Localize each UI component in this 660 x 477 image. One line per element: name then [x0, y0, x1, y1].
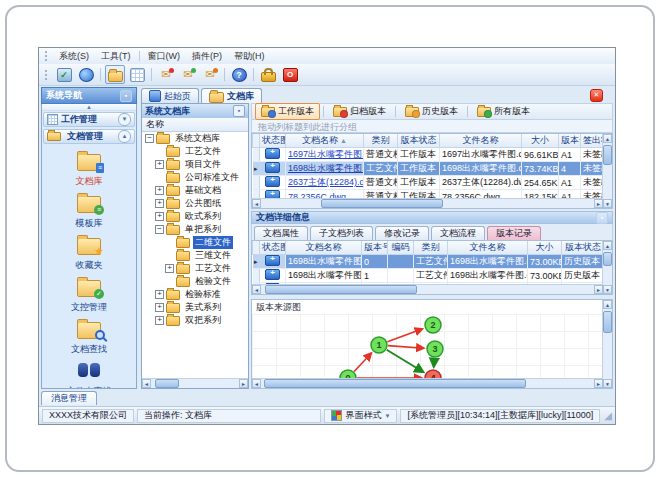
tab-change-log[interactable]: 修改记录	[375, 226, 429, 240]
history-version-button[interactable]: 历史版本	[399, 103, 464, 120]
message-manager-tab[interactable]: 消息管理	[41, 391, 97, 405]
all-version-button[interactable]: 所有版本	[471, 103, 536, 120]
sidebar-group-work[interactable]: 工作管理 ▼	[43, 112, 135, 127]
sidebar-item-folder-search[interactable]: 文件夹查找	[42, 358, 136, 389]
tree-node[interactable]: 三维文件	[142, 249, 248, 262]
exit-button[interactable]	[280, 65, 300, 84]
close-icon[interactable]: ✕	[590, 89, 603, 102]
scroll-down-icon[interactable]: ▼	[603, 199, 612, 208]
table-row[interactable]: ▸1698出水嘴零件图.dwg0工艺文件1698出水嘴零件图.dwg73.00K…	[253, 255, 605, 269]
tree-node[interactable]: 检验文件	[142, 275, 248, 288]
tree-column-header[interactable]: 名称	[142, 118, 248, 132]
collapse-icon[interactable]: −	[155, 225, 164, 234]
tab-doc-flow[interactable]: 文档流程	[431, 226, 485, 240]
horizontal-scrollbar[interactable]: ◄ ►	[252, 198, 603, 208]
scroll-up-icon[interactable]: ▲	[603, 134, 612, 143]
expand-icon[interactable]: +	[155, 199, 164, 208]
column-header[interactable]: 版本号	[362, 241, 388, 255]
column-header[interactable]: 文件名称	[448, 241, 528, 255]
chevron-down-icon[interactable]: ▼	[118, 113, 131, 126]
scroll-up-icon[interactable]: ▲	[603, 241, 612, 250]
scroll-right-icon[interactable]: ►	[594, 199, 603, 208]
tab-version-log[interactable]: 版本记录	[487, 226, 541, 240]
column-header[interactable]: 类别	[364, 134, 398, 148]
tree-node[interactable]: +公共图纸	[142, 197, 248, 210]
vertical-scrollbar[interactable]: ▲ ▼	[602, 134, 612, 208]
column-header[interactable]: 文档名称▲	[286, 134, 364, 148]
sidebar-item-template-library[interactable]: 模板库	[42, 190, 136, 232]
sidebar-item-doc-search[interactable]: 文档查找	[42, 316, 136, 358]
column-header[interactable]: 版本状态	[562, 241, 605, 255]
sidebar-item-doc-control[interactable]: 文控管理	[42, 274, 136, 316]
tree-node[interactable]: +欧式系列	[142, 210, 248, 223]
mail-new-button[interactable]	[156, 65, 176, 84]
expand-icon[interactable]: +	[155, 316, 164, 325]
tree-node[interactable]: +基础文档	[142, 184, 248, 197]
doc-name-link[interactable]: 1697出水嘴零件图.dwg	[288, 149, 364, 159]
table-row[interactable]: 2637主体(12284).dwg普通文档工作版本2637主体(12284).d…	[253, 176, 605, 190]
menu-item-4[interactable]: 帮助(H)	[228, 49, 271, 64]
tree-node[interactable]: 工艺文件	[142, 145, 248, 158]
scroll-right-icon[interactable]: ►	[594, 379, 603, 388]
scroll-down-icon[interactable]: ▼	[603, 285, 612, 294]
mail-send-button[interactable]	[178, 65, 198, 84]
column-header[interactable]: 大小	[528, 241, 562, 255]
column-header[interactable]: 版本状态	[398, 134, 440, 148]
tree-node[interactable]: 公司标准文件	[142, 171, 248, 184]
scroll-left-icon[interactable]: ◄	[252, 199, 261, 208]
scroll-left-icon[interactable]: ◄	[252, 379, 261, 388]
scroll-thumb[interactable]	[603, 311, 612, 333]
pin-icon[interactable]: ▪	[233, 105, 245, 117]
tree-node[interactable]: −系统文档库	[142, 132, 248, 145]
pin-icon[interactable]: ▪	[596, 212, 608, 224]
column-header[interactable]: 大小	[522, 134, 559, 148]
scroll-left-icon[interactable]: ◄	[142, 379, 151, 388]
scroll-thumb[interactable]	[603, 145, 612, 165]
collapse-icon[interactable]: −	[145, 134, 154, 143]
sidebar-group-docs[interactable]: 文档管理 ▲	[43, 129, 135, 144]
resize-grip[interactable]: ◢	[604, 410, 612, 421]
menu-item-1[interactable]: 工具(T)	[95, 49, 137, 64]
horizontal-scrollbar[interactable]: ◄ ►	[142, 378, 248, 388]
scroll-thumb[interactable]	[265, 285, 417, 294]
tree-node[interactable]: +工艺文件	[142, 262, 248, 275]
archived-version-button[interactable]: 归档版本	[327, 103, 392, 120]
scroll-up-icon[interactable]: ▲	[42, 104, 136, 111]
expand-icon[interactable]: +	[155, 290, 164, 299]
horizontal-scrollbar[interactable]: ◄ ►	[252, 378, 603, 388]
mail-alert-button[interactable]	[200, 65, 220, 84]
menu-item-0[interactable]: 系统(S)	[53, 49, 95, 64]
tree-node[interactable]: +美式系列	[142, 301, 248, 314]
table-row[interactable]: ▸1698出水嘴零件图.dwg工艺文件工作版本1698出水嘴零件图.dwg73.…	[253, 162, 605, 176]
tree-node[interactable]: +项目文件	[142, 158, 248, 171]
expand-icon[interactable]: +	[155, 303, 164, 312]
tab-start-page[interactable]: 起始页	[141, 88, 199, 103]
sidebar-item-favorites[interactable]: 收藏夹	[42, 232, 136, 274]
column-header[interactable]: 文档名称	[286, 241, 362, 255]
scroll-thumb[interactable]	[603, 252, 612, 266]
column-header[interactable]: 状态图	[260, 241, 286, 255]
doc-name-link[interactable]: 2637主体(12284).dwg	[288, 177, 364, 187]
table-row[interactable]: 1698出水嘴零件图.dwg1工艺文件1698出水嘴零件图.dwg73.00KB…	[253, 269, 605, 283]
menu-item-2[interactable]: 窗口(W)	[142, 49, 187, 64]
scroll-right-icon[interactable]: ►	[594, 285, 603, 294]
vertical-scrollbar[interactable]: ▲ ▼	[602, 300, 612, 388]
scroll-thumb[interactable]	[155, 379, 179, 388]
column-header[interactable]: 状态图	[260, 134, 286, 148]
lock-button[interactable]	[258, 65, 278, 84]
folder-button[interactable]	[105, 65, 125, 84]
scroll-right-icon[interactable]: ►	[239, 379, 248, 388]
column-header[interactable]: 编码	[388, 241, 414, 255]
tab-subdoc-list[interactable]: 子文档列表	[310, 226, 373, 240]
scroll-thumb[interactable]	[264, 379, 526, 388]
expand-icon[interactable]: +	[155, 186, 164, 195]
work-version-button[interactable]: 工作版本	[255, 103, 320, 120]
chevron-up-icon[interactable]: ▲	[118, 130, 131, 143]
expand-icon[interactable]: +	[155, 160, 164, 169]
tree-node[interactable]: 二维文件	[142, 236, 248, 249]
ui-style-dropdown[interactable]: 界面样式 ▼	[324, 409, 397, 423]
tree-node[interactable]: +双把系列	[142, 314, 248, 327]
scroll-down-icon[interactable]: ▼	[603, 379, 612, 388]
sidebar-item-doc-library[interactable]: 文档库	[42, 148, 136, 190]
pin-icon[interactable]: ▪	[120, 90, 132, 102]
